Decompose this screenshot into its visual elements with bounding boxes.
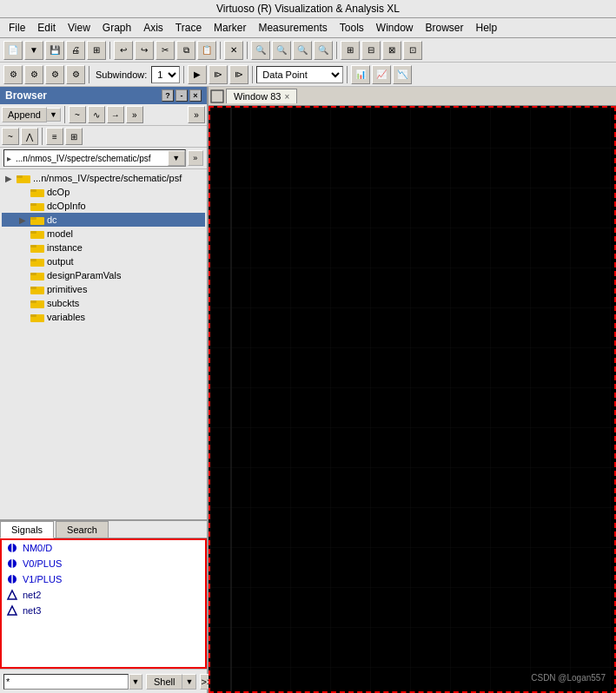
graph-tab-bar: Window 83 ×: [209, 87, 616, 106]
redo-btn[interactable]: ↪: [135, 41, 154, 60]
menu-help[interactable]: Help: [471, 20, 503, 36]
tb26[interactable]: ⧐: [209, 65, 228, 84]
tb11[interactable]: 🔍: [251, 41, 270, 60]
tree-item[interactable]: dcOp: [2, 185, 205, 199]
tree-toggle[interactable]: ▶: [5, 174, 16, 183]
save-btn[interactable]: 💾: [45, 41, 64, 60]
copy-btn[interactable]: ⧉: [176, 41, 195, 60]
menu-measurements[interactable]: Measurements: [253, 20, 332, 36]
tab-search[interactable]: Search: [56, 521, 109, 538]
shell-dropdown[interactable]: ▼: [182, 674, 196, 690]
tb17[interactable]: ⊠: [382, 41, 401, 60]
tb25[interactable]: ▶: [188, 65, 207, 84]
tb16[interactable]: ⊟: [361, 41, 381, 60]
tree-item[interactable]: ▶...n/nmos_IV/spectre/schematic/psf: [2, 171, 205, 185]
tb18[interactable]: ⊡: [403, 41, 422, 60]
signal-label: V0/PLUS: [23, 558, 62, 569]
menu-browser[interactable]: Browser: [421, 20, 469, 36]
sep-b2: [42, 128, 43, 145]
b2-btn4[interactable]: ⊞: [65, 128, 83, 145]
app-container: Virtuoso (R) Visualization & Analysis XL…: [0, 0, 616, 693]
sep1: [109, 42, 110, 59]
b-btn2[interactable]: ∿: [88, 106, 105, 123]
tree-item[interactable]: variables: [2, 310, 205, 324]
graph-tab-window[interactable]: Window 83 ×: [226, 89, 297, 103]
browser-min-icon[interactable]: -: [176, 89, 188, 102]
b2-btn1[interactable]: ~: [2, 128, 19, 145]
folder-icon: [30, 241, 45, 254]
open-btn[interactable]: ▼: [24, 41, 43, 60]
tree-toggle[interactable]: ▶: [19, 215, 30, 225]
tb12[interactable]: 🔍: [272, 41, 291, 60]
undo-btn[interactable]: ↩: [114, 41, 133, 60]
signal-label: net2: [23, 590, 41, 600]
tb30[interactable]: 📉: [393, 65, 412, 84]
menu-view[interactable]: View: [63, 20, 96, 36]
folder-icon: [30, 283, 45, 295]
graph-tab-close[interactable]: ×: [284, 92, 289, 102]
data-point-select[interactable]: Data Point: [256, 66, 343, 83]
b-btn3[interactable]: →: [107, 106, 124, 123]
browser-help-icon[interactable]: ?: [162, 89, 174, 102]
b-more[interactable]: »: [188, 106, 205, 123]
menu-file[interactable]: File: [3, 20, 30, 36]
path-more[interactable]: »: [188, 150, 203, 166]
tb27[interactable]: ⧐: [229, 65, 248, 84]
menu-window[interactable]: Window: [371, 20, 419, 36]
menu-axis[interactable]: Axis: [138, 20, 169, 36]
menu-tools[interactable]: Tools: [334, 20, 369, 36]
tb15[interactable]: ⊞: [341, 41, 360, 60]
signal-item[interactable]: net2: [2, 587, 205, 603]
folder-icon: [30, 311, 45, 323]
new-btn[interactable]: 📄: [3, 41, 23, 60]
cut-btn[interactable]: ✂: [156, 41, 175, 60]
signal-icon: [5, 542, 19, 554]
tree-item[interactable]: ▶dc: [2, 213, 205, 227]
signal-item[interactable]: V1/PLUS: [2, 571, 205, 587]
b2-btn2[interactable]: ⋀: [21, 128, 38, 145]
menu-trace[interactable]: Trace: [170, 20, 207, 36]
print-btn[interactable]: 🖨: [66, 41, 85, 60]
tb29[interactable]: 📈: [372, 65, 391, 84]
subwindow-select[interactable]: 1: [151, 66, 180, 83]
tab-signals[interactable]: Signals: [0, 521, 54, 538]
b-btn1[interactable]: ~: [69, 106, 86, 123]
menu-marker[interactable]: Marker: [209, 20, 251, 36]
b-btn4[interactable]: »: [126, 106, 143, 123]
delete-btn[interactable]: ✕: [224, 41, 243, 60]
paste-btn[interactable]: 📋: [197, 41, 216, 60]
shell-button[interactable]: Shell: [146, 674, 182, 690]
tb23[interactable]: ⚙: [45, 65, 64, 84]
menu-graph[interactable]: Graph: [97, 20, 136, 36]
tree-item[interactable]: designParamVals: [2, 268, 205, 282]
tb5[interactable]: ⊞: [87, 41, 106, 60]
tree-item[interactable]: instance: [2, 241, 205, 254]
b2-btn3[interactable]: ≡: [46, 128, 63, 145]
tree-item[interactable]: subckts: [2, 296, 205, 310]
menu-edit[interactable]: Edit: [32, 20, 61, 36]
browser-toolbar2: ~ ⋀ ≡ ⊞: [0, 126, 207, 148]
tb22[interactable]: ⚙: [24, 65, 43, 84]
tb24[interactable]: ⚙: [66, 65, 85, 84]
tb28[interactable]: 📊: [351, 65, 370, 84]
tree-item[interactable]: model: [2, 227, 205, 241]
signal-item[interactable]: net3: [2, 603, 205, 618]
append-dropdown[interactable]: ▼: [47, 108, 61, 122]
sep3: [247, 42, 248, 59]
signal-icon: [5, 573, 19, 585]
signal-item[interactable]: NM0/D: [2, 540, 205, 556]
tree-item[interactable]: output: [2, 254, 205, 268]
tb13[interactable]: 🔍: [293, 41, 312, 60]
browser-close-icon[interactable]: ×: [189, 89, 202, 102]
graph-area: Window 83 × CSDN @Logan557: [209, 87, 616, 693]
signal-item[interactable]: V0/PLUS: [2, 556, 205, 571]
tb14[interactable]: 🔍: [314, 41, 333, 60]
tb21[interactable]: ⚙: [3, 65, 23, 84]
append-button[interactable]: Append: [2, 107, 47, 122]
tree-item[interactable]: dcOpInfo: [2, 199, 205, 213]
path-input[interactable]: [14, 150, 168, 166]
filter-dropdown[interactable]: ▼: [129, 674, 142, 690]
filter-input[interactable]: [3, 674, 129, 690]
path-dropdown[interactable]: ▼: [168, 150, 185, 166]
tree-item[interactable]: primitives: [2, 282, 205, 296]
